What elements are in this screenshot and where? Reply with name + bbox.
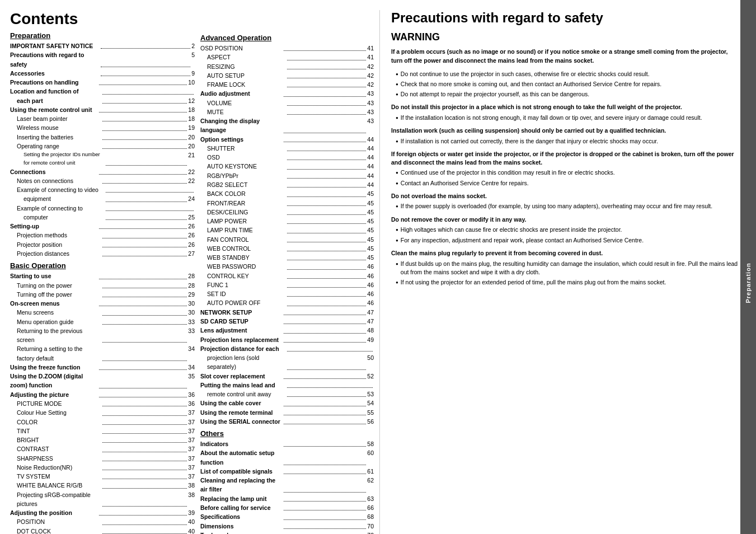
toc-adj-picture: Adjusting the picture 36 — [10, 390, 195, 399]
toc-mute: MUTE 43 — [200, 107, 374, 116]
toc-sd-card-setup: SD CARD SETUP 47 — [200, 317, 374, 326]
toc-osd: OSD 44 — [200, 153, 374, 162]
toc-auto-power-off: AUTO POWER OFF 46 — [200, 298, 374, 307]
toc-web-control: WEB CONTROL 45 — [200, 244, 374, 253]
bullet-precaution-1: Do not continue to use the projector in … — [391, 70, 740, 78]
toc-remote-terminal: Using the remote terminal 55 — [200, 408, 374, 417]
toc-projection-lens-sold: projection lens (sold separately) 50 — [200, 353, 374, 372]
toc-cable-cover: Using the cable cover 54 — [200, 399, 374, 407]
bullet-precaution-12: If not using the projector for an extend… — [391, 278, 740, 287]
subheading-4: If foreign objects or water get inside t… — [391, 150, 740, 166]
toc-display-language: Changing the display language 43 — [200, 116, 374, 135]
toc-accessories: Accessories 9 — [10, 69, 195, 78]
precautions-panel: Precautions with regard to safety WARNIN… — [379, 10, 740, 534]
contents-title: Contents — [10, 10, 195, 28]
toc-slot-cover: Slot cover replacement 52 — [200, 372, 374, 381]
toc-indicators: Indicators 58 — [200, 439, 374, 448]
toc-tv-system: TV SYSTEM 37 — [10, 472, 195, 481]
toc-lamp-run-time: LAMP RUN TIME 45 — [200, 226, 374, 235]
toc-aspect: ASPECT 41 — [200, 53, 374, 62]
toc-location-fn: Location and function of — [10, 87, 195, 96]
toc-lens-adj: Lens adjustment 48 — [200, 326, 374, 335]
bullet-precaution-10: For any inspection, adjustment and repai… — [391, 236, 740, 245]
toc-onscreen-menus: On-screen menus 30 — [10, 299, 195, 308]
toc-precautions-handling: Precautions on handling 10 — [10, 78, 195, 87]
advanced-operation-heading: Advanced Operation — [200, 34, 374, 42]
toc-osd-position: OSD POSITION 41 — [200, 44, 374, 53]
toc-noise-reduction: Noise Reduction(NR) 37 — [10, 463, 195, 472]
toc-colour-hue: Colour Hue Setting 37 — [10, 408, 195, 417]
preparation-section: Preparation IMPORTANT SAFETY NOTICE 2 Pr… — [10, 31, 195, 258]
toc-batteries: Inserting the batteries 20 — [10, 133, 195, 142]
toc-rgb-ypbpr: RGB/YPbPr 44 — [200, 171, 374, 180]
preparation-heading: Preparation — [10, 31, 195, 40]
toc-projection-lens-replacement: Projection lens replacement 49 — [200, 335, 374, 344]
bullet-precaution-6: Continued use of the projector in this c… — [391, 168, 740, 177]
toc-sharpness: SHARPNESS 37 — [10, 454, 195, 463]
toc-setting-up: Setting-up 26 — [10, 222, 195, 231]
toc-trademark: Trademark acknowledgements 70 — [200, 531, 374, 534]
toc-computer: computer 25 — [10, 213, 195, 222]
subheading-6: Do not remove the cover or modify it in … — [391, 216, 740, 224]
preparation-sidebar-tab: Preparation — [740, 0, 756, 534]
toc-wireless-mouse: Wireless mouse 19 — [10, 123, 195, 132]
toc-adj-position: Adjusting the position 39 — [10, 508, 195, 517]
toc-func1: FUNC 1 46 — [200, 280, 374, 289]
toc-fan-control: FAN CONTROL 45 — [200, 235, 374, 244]
toc-bright: BRIGHT 37 — [10, 435, 195, 444]
toc-srgb: Projecting sRGB-compatible pictures 38 — [10, 490, 195, 509]
toc-equipment: equipment 24 — [10, 194, 195, 203]
toc-web-standby: WEB STANDBY 45 — [200, 253, 374, 262]
toc-serial-connector: Using the SERIAL connector 56 — [200, 417, 374, 426]
toc-set-id: SET ID 46 — [200, 289, 374, 298]
toc-shutter: SHUTTER 44 — [200, 144, 374, 153]
toc-projection-distance-each: Projection distance for each — [200, 344, 374, 353]
toc-position: POSITION 40 — [10, 517, 195, 526]
toc-replacing-lamp: Replacing the lamp unit 63 — [200, 494, 374, 503]
bullet-precaution-3: Do not attempt to repair the projector y… — [391, 90, 740, 99]
advanced-operation-panel: Advanced Operation OSD POSITION 41 ASPEC… — [200, 10, 379, 534]
toc-contrast: CONTRAST 37 — [10, 444, 195, 453]
toc-returning-previous: Returning to the previous screen 33 — [10, 326, 195, 345]
bullet-precaution-7: Contact an Authorised Service Centre for… — [391, 179, 740, 188]
toc-projection-distances: Projection distances 27 — [10, 249, 195, 258]
bullet-precaution-11: If dust builds up on the mains plug, the… — [391, 260, 740, 277]
toc-menu-operation-guide: Menu operation guide 33 — [10, 317, 195, 326]
toc-resizing: RESIZING 42 — [200, 62, 374, 71]
toc-putting-mains: Putting the mains lead and — [200, 381, 374, 390]
toc-projection-methods: Projection methods 26 — [10, 231, 195, 240]
toc-turning-off: Turning off the power 29 — [10, 290, 195, 299]
bullet-precaution-8: If the power supply is overloaded (for e… — [391, 202, 740, 210]
toc-notes-connections: Notes on connections 22 — [10, 176, 195, 185]
toc-auto-keystone: AUTO KEYSTONE 44 — [200, 162, 374, 171]
toc-lamp-power: LAMP POWER 45 — [200, 217, 374, 226]
subheading-2: Do not install this projector in a place… — [391, 103, 740, 111]
toc-rgb2-select: RGB2 SELECT 44 — [200, 180, 374, 189]
subheading-3: Installation work (such as ceiling suspe… — [391, 127, 740, 135]
toc-connect-computer: Example of connecting to — [10, 204, 195, 213]
toc-auto-setup: AUTO SETUP 42 — [200, 71, 374, 80]
bullet-precaution-9: High voltages which can cause fire or el… — [391, 226, 740, 234]
toc-picture-mode: PICTURE MODE 36 — [10, 399, 195, 408]
toc-operating-range: Operating range 20 — [10, 142, 195, 151]
toc-turning-on: Turning on the power 28 — [10, 281, 195, 290]
toc-audio-adj: Audio adjustment 43 — [200, 89, 374, 98]
contents-left-panel: Contents Preparation IMPORTANT SAFETY NO… — [10, 10, 200, 534]
warning-heading: WARNING — [391, 31, 740, 43]
subheading-7: Clean the mains plug regularly to preven… — [391, 249, 740, 257]
toc-network-setup: NETWORK SETUP 47 — [200, 308, 374, 317]
toc-cleaning-air-filter: Cleaning and replacing the air filter 62 — [200, 476, 374, 494]
toc-compatible-signals: List of compatible signals 61 — [200, 467, 374, 476]
toc-tint: TINT 37 — [10, 427, 195, 435]
toc-projector-position: Projector position 26 — [10, 240, 195, 249]
toc-starting: Starting to use 28 — [10, 271, 195, 280]
toc-color: COLOR 37 — [10, 418, 195, 427]
toc-important-safety: IMPORTANT SAFETY NOTICE 2 — [10, 41, 195, 50]
bullet-precaution-4: If the installation location is not stro… — [391, 114, 740, 122]
toc-returning-factory: Returning a setting to the factory defau… — [10, 344, 195, 363]
subheading-5: Do not overload the mains socket. — [391, 192, 740, 200]
toc-option-settings: Option settings 44 — [200, 135, 374, 144]
toc-projector-ids: Setting the projector IDs number for rem… — [10, 151, 195, 167]
toc-web-password: WEB PASSWORD 46 — [200, 262, 374, 271]
toc-dimensions: Dimensions 70 — [200, 522, 374, 531]
